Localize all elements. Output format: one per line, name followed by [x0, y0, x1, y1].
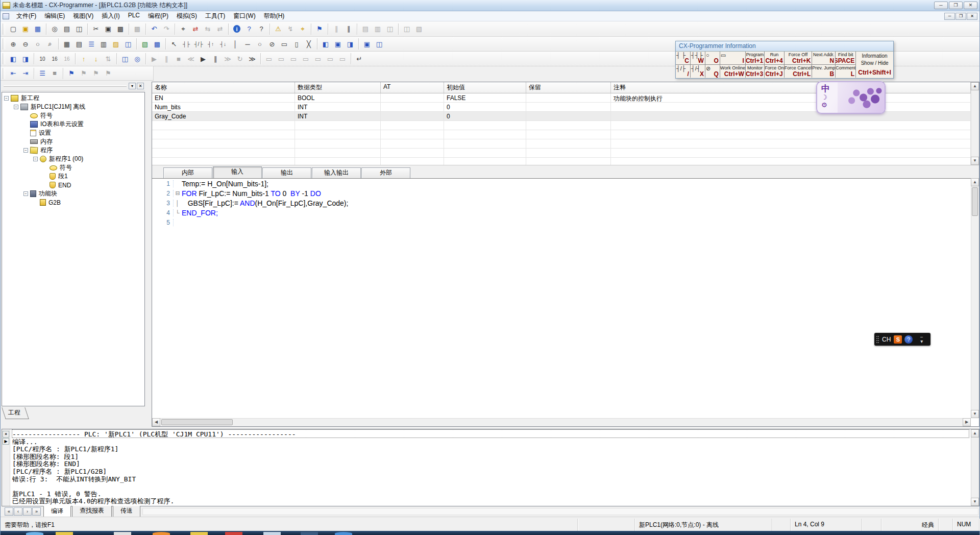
- toolbar-grip[interactable]: [3, 23, 5, 35]
- menu-item[interactable]: 插入(I): [97, 11, 124, 21]
- run-mode-icon[interactable]: ▶: [148, 53, 160, 65]
- redo-icon[interactable]: ↷: [160, 23, 173, 35]
- arrange-1-icon[interactable]: ▭: [263, 53, 275, 65]
- info-cell[interactable]: ⊘Q: [705, 65, 720, 78]
- scroll-thumb[interactable]: [972, 187, 978, 216]
- code-line[interactable]: 3│ GBS[Fir_LpC]:= AND(H_On[Fir_LpC],Gray…: [152, 198, 971, 208]
- column-header[interactable]: 初始值: [444, 82, 526, 93]
- tree-item[interactable]: −新工程: [2, 94, 144, 103]
- output-tab-编译[interactable]: 编译: [43, 506, 71, 517]
- watch-icon[interactable]: ◎: [131, 53, 143, 65]
- info-cell[interactable]: Force CancelCtrl+L: [785, 65, 812, 78]
- step-over-icon[interactable]: ≫: [222, 53, 234, 65]
- new-file-icon[interactable]: ▢: [7, 23, 19, 35]
- taskbar-icon[interactable]: [190, 532, 208, 535]
- arrange-6-icon[interactable]: ▭: [324, 53, 336, 65]
- windows-taskbar[interactable]: [1, 531, 979, 535]
- bookmark-prev-icon[interactable]: ⚑: [90, 67, 102, 79]
- compile-icon[interactable]: ⚠: [272, 23, 284, 35]
- go-next-address-icon[interactable]: ↓: [90, 53, 102, 65]
- info-cell[interactable]: RunCtrl+4: [765, 52, 784, 65]
- code-line[interactable]: 5: [152, 217, 971, 227]
- zoom-fit-icon[interactable]: ⌕: [44, 38, 56, 50]
- rung-comment-icon[interactable]: ▨: [110, 38, 122, 50]
- output-next-icon[interactable]: ▶: [3, 438, 9, 445]
- tree-item[interactable]: −新程序1 (00): [2, 155, 144, 163]
- gear-icon[interactable]: ⚙: [821, 101, 830, 109]
- output-scroll-track[interactable]: [142, 508, 978, 515]
- window-cascade-icon[interactable]: ▣: [361, 38, 373, 50]
- menu-item[interactable]: 窗口(W): [229, 11, 259, 21]
- bookmark-toggle-icon[interactable]: ⚑: [65, 67, 78, 79]
- panel-menu-button[interactable]: ▾: [129, 83, 136, 89]
- taskbar-icon[interactable]: [301, 532, 318, 535]
- delete-line-icon[interactable]: ╳: [303, 38, 315, 50]
- compile-all-icon[interactable]: ↯: [284, 23, 297, 35]
- expander-icon[interactable]: −: [14, 105, 18, 109]
- output-nav-icon[interactable]: ›: [23, 507, 32, 516]
- mdi-close-button[interactable]: ✕: [967, 13, 977, 20]
- print-preview-icon[interactable]: ◫: [73, 23, 85, 35]
- mdi-child-icon[interactable]: [3, 13, 9, 19]
- output-nav-icon[interactable]: »: [32, 507, 41, 516]
- menu-item[interactable]: 编辑(E): [40, 11, 69, 21]
- output-close-icon[interactable]: ✕: [3, 431, 9, 437]
- table-row[interactable]: [152, 158, 971, 165]
- moon-icon[interactable]: ☽: [821, 93, 830, 101]
- output-scrollbar[interactable]: ▲ ▼: [971, 429, 979, 506]
- contact-nc-icon[interactable]: ┤/├: [192, 38, 205, 50]
- info-cell[interactable]: CommentL: [836, 65, 855, 78]
- info-icon[interactable]: i: [231, 23, 243, 35]
- scroll-up-icon[interactable]: ▲: [971, 178, 979, 186]
- table-row[interactable]: [152, 121, 971, 130]
- minimize-arrow-icon[interactable]: − ▾: [915, 335, 928, 344]
- data-trace-icon[interactable]: ▧: [139, 38, 151, 50]
- indent-right-icon[interactable]: ⇥: [19, 67, 32, 79]
- tree-item[interactable]: IO表和单元设置: [2, 120, 144, 129]
- code-line[interactable]: 4└END_FOR;: [152, 208, 971, 217]
- tree-item[interactable]: END: [2, 181, 144, 189]
- restore-button[interactable]: ❐: [949, 2, 963, 9]
- arrange-7-icon[interactable]: ▭: [336, 53, 349, 65]
- minimize-button[interactable]: ─: [934, 2, 948, 9]
- zoom-in-icon[interactable]: ⊕: [7, 38, 19, 50]
- cut-icon[interactable]: ✂: [90, 23, 102, 35]
- return-icon[interactable]: ↵: [353, 53, 365, 65]
- work-online-sim-icon[interactable]: ◫: [401, 23, 413, 35]
- show-grid-icon[interactable]: ▦: [61, 38, 73, 50]
- column-header[interactable]: AT: [381, 82, 444, 93]
- info-window-title[interactable]: CX-Programmer Information: [676, 41, 893, 51]
- variable-table-scrollbar[interactable]: ▲ ▼: [971, 82, 979, 165]
- info-cell-show-hide[interactable]: InformationShow / HideCtrl+Shift+I: [856, 52, 893, 78]
- coil-not-icon[interactable]: ⊘: [266, 38, 278, 50]
- tab-输出[interactable]: 输出: [262, 167, 311, 178]
- tree-item[interactable]: 符号: [2, 111, 144, 120]
- step-back-icon[interactable]: ≪: [185, 53, 197, 65]
- info-cell[interactable]: Find bitSPACE: [836, 52, 855, 65]
- transfer-from-plc-icon[interactable]: ▥: [372, 23, 384, 35]
- find-next-icon[interactable]: ⇄: [214, 23, 226, 35]
- view-window-2-icon[interactable]: ◨: [19, 53, 32, 65]
- arrange-5-icon[interactable]: ▭: [312, 53, 324, 65]
- horizontal-line-icon[interactable]: ─: [241, 38, 254, 50]
- find-in-files-icon[interactable]: ◎: [48, 23, 61, 35]
- info-cell[interactable]: Force OffCtrl+K: [785, 52, 812, 65]
- contact-no-icon[interactable]: ┤├: [180, 38, 192, 50]
- toolbar-grip[interactable]: [3, 68, 5, 79]
- expander-icon[interactable]: −: [33, 157, 38, 161]
- arrange-2-icon[interactable]: ▭: [275, 53, 287, 65]
- code-line[interactable]: 1Temp:= H_On[Num_bits-1];: [152, 179, 971, 188]
- indent-left-icon[interactable]: ⇤: [7, 67, 19, 79]
- info-cell[interactable]: ○O: [705, 52, 720, 65]
- info-cell[interactable]: MonitorCtrl+3: [746, 65, 764, 78]
- ime-widget[interactable]: 中 ☽ ⚙: [816, 81, 886, 114]
- find-icon[interactable]: ⌖: [177, 23, 189, 35]
- step-pause-icon[interactable]: ∥: [209, 53, 222, 65]
- binary-monitor-icon[interactable]: 16: [61, 53, 73, 65]
- vertical-splitter[interactable]: [145, 82, 152, 427]
- menu-item[interactable]: 编程(P): [144, 11, 173, 21]
- paste-icon[interactable]: ▩: [114, 23, 127, 35]
- tree-item[interactable]: 符号: [2, 163, 144, 172]
- mdi-restore-button[interactable]: ❐: [955, 13, 966, 20]
- editor-horizontal-scrollbar[interactable]: ◀ ▶: [152, 418, 971, 426]
